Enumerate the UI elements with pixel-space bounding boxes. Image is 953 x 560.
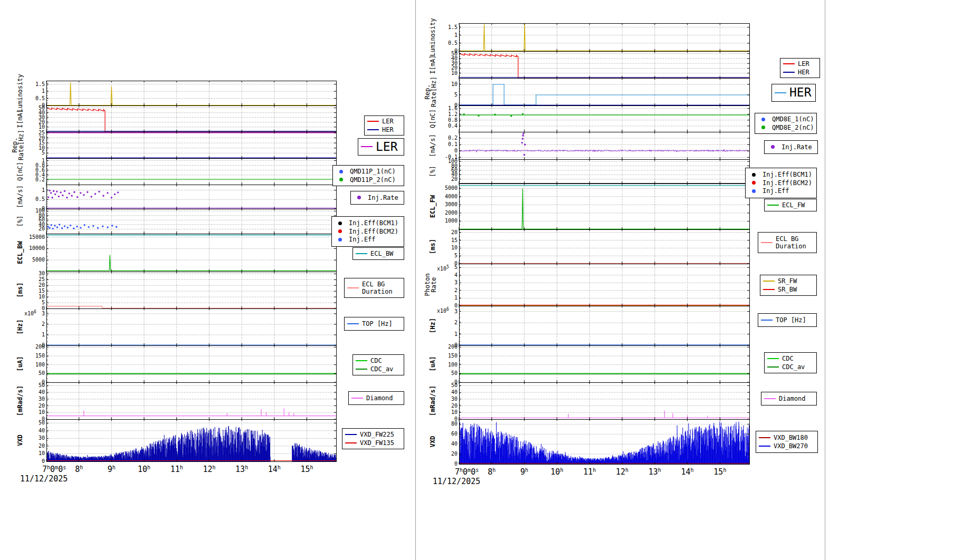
data-point bbox=[60, 191, 61, 193]
legend-label: SR_BW bbox=[778, 286, 797, 293]
plot-frame bbox=[459, 78, 749, 105]
data-point bbox=[51, 224, 52, 226]
legend-line-marker bbox=[783, 72, 795, 73]
x-tick-label: 9h bbox=[520, 467, 528, 477]
subplot-diamond: 01020304050[mRad/s] bbox=[429, 382, 749, 422]
legend-entry: HER bbox=[783, 69, 817, 76]
legend-dot-marker bbox=[339, 170, 343, 173]
legend-entry: QMD8E_1(nC) bbox=[758, 115, 814, 123]
subplot-top-rate: 0123[Hz]x106 bbox=[16, 308, 336, 348]
x-label-value: 7 bbox=[42, 465, 47, 474]
data-point bbox=[494, 114, 495, 115]
legend-inj-rate: Inj.Rate bbox=[764, 140, 818, 154]
legend-charge: QMD8E_1(nC)QMD8E_2(nC) bbox=[755, 113, 817, 134]
y-tick-label: 2 bbox=[42, 321, 45, 327]
legend-line-marker bbox=[767, 205, 779, 206]
y-tick-label: 1.5 bbox=[35, 81, 45, 87]
plot-frame bbox=[46, 81, 336, 105]
subplot-beam-current: 1020304050I[mA] bbox=[16, 105, 336, 132]
y-tick-label: 3 bbox=[454, 279, 458, 285]
legend-entry: Inj.Eff bbox=[748, 187, 814, 195]
data-point bbox=[73, 191, 75, 193]
legend-entry: HER bbox=[775, 86, 813, 99]
y-tick-label: 50 bbox=[451, 382, 458, 388]
data-point bbox=[107, 226, 108, 228]
data-point bbox=[53, 190, 54, 192]
data-point bbox=[87, 191, 88, 193]
legend-entry: Diamond bbox=[351, 394, 401, 402]
legend-label: Inj.Eff bbox=[349, 236, 376, 243]
plot-frame bbox=[46, 132, 336, 158]
series-group bbox=[459, 24, 749, 51]
legend-line-marker bbox=[759, 446, 770, 447]
data-point bbox=[58, 196, 60, 197]
legend-inj-eff: Inj.Eff(BCM1)Inj.Eff(BCM2)Inj.Eff bbox=[745, 168, 817, 198]
axis-scale-label: x105 bbox=[437, 265, 449, 272]
x-label-value: 11 bbox=[170, 465, 180, 474]
plot-frame bbox=[46, 158, 336, 185]
legend-line-marker bbox=[763, 289, 775, 290]
legend-ler-big: LER bbox=[358, 138, 404, 156]
legend-line-marker bbox=[761, 242, 773, 243]
x-label-value: 15 bbox=[713, 467, 723, 477]
y-tick-label: 20 bbox=[39, 135, 45, 141]
legend-entry: LER bbox=[783, 60, 817, 67]
legend-label: ECL BGDuration bbox=[362, 281, 393, 296]
data-point bbox=[52, 228, 54, 229]
legend-sr: SR_FWSR_BW bbox=[760, 275, 817, 296]
legend-label: Inj.Eff(BCM1) bbox=[763, 171, 812, 178]
legend-dot-marker bbox=[339, 178, 343, 181]
data-point bbox=[73, 228, 74, 229]
x-label-value: 14 bbox=[681, 467, 691, 477]
subplot-ecl-bw: 50001000015000ECL_BW bbox=[16, 234, 336, 272]
y-tick-label: 20 bbox=[39, 443, 45, 449]
y-tick-label: 15 bbox=[451, 237, 458, 243]
series-VXD_FW225 bbox=[46, 426, 336, 461]
y-tick-label: 150 bbox=[35, 353, 45, 359]
legend-label: CDC_av bbox=[370, 365, 393, 373]
legend-line-marker bbox=[775, 92, 786, 93]
subplot-cdc-current: 050100150200[uA] bbox=[429, 344, 749, 385]
y-tick-label: 4 bbox=[454, 272, 458, 278]
series-group bbox=[459, 113, 749, 117]
x-label-value: 0 bbox=[58, 465, 63, 474]
subplot-luminosity: 00.511.5Luminosity bbox=[429, 18, 749, 56]
x-label-unit: s bbox=[475, 467, 479, 473]
legend-entry: Inj.Rate bbox=[354, 194, 401, 201]
x-label-value: 8 bbox=[75, 465, 80, 474]
legend-line-marker bbox=[345, 442, 357, 443]
plot-frame bbox=[46, 185, 336, 209]
x-label-unit: h bbox=[310, 465, 313, 470]
y-tick-label: 2000 bbox=[445, 210, 458, 216]
data-point bbox=[522, 113, 523, 114]
y-tick-label: 15 bbox=[39, 140, 45, 146]
legend-vxd: VXD_FW225VXD_FW135 bbox=[342, 428, 404, 449]
y-axis-label: ECL_FW bbox=[429, 195, 437, 218]
y-axis-label: Luminosity bbox=[429, 18, 436, 56]
legend-label: Inj.Eff bbox=[763, 187, 789, 195]
series-ECL BG Duration bbox=[46, 306, 336, 308]
data-point bbox=[47, 196, 49, 198]
legend-label: QMD8E_2(nC) bbox=[772, 124, 814, 131]
legend-top: TOP [Hz] bbox=[758, 313, 817, 327]
data-point bbox=[80, 192, 81, 194]
legend-dot-marker bbox=[752, 181, 756, 185]
data-point bbox=[69, 192, 70, 194]
legend-line-marker bbox=[783, 63, 795, 64]
legend-entry: Inj.Eff(BCM1) bbox=[748, 171, 814, 178]
legend-label: QMD8E_1(nC) bbox=[772, 115, 814, 123]
x-label-unit: h bbox=[180, 465, 183, 470]
data-point bbox=[98, 191, 100, 192]
data-point bbox=[478, 115, 479, 117]
y-axis-label: [uA] bbox=[16, 356, 24, 372]
legend-label: VXD_FW135 bbox=[360, 439, 394, 447]
series-Luminosity bbox=[459, 24, 749, 51]
y-tick-label: 0.5 bbox=[448, 40, 458, 46]
plot-frame bbox=[46, 234, 336, 272]
legend-label: ECL_FW bbox=[782, 201, 805, 209]
y-tick-label: 0.1 bbox=[448, 141, 458, 147]
y-tick-label: 100 bbox=[35, 362, 45, 368]
legend-label: CDC bbox=[782, 355, 794, 362]
legend-label: VXD_FW225 bbox=[360, 431, 394, 438]
legend-label-line: ECL BG bbox=[362, 281, 393, 288]
